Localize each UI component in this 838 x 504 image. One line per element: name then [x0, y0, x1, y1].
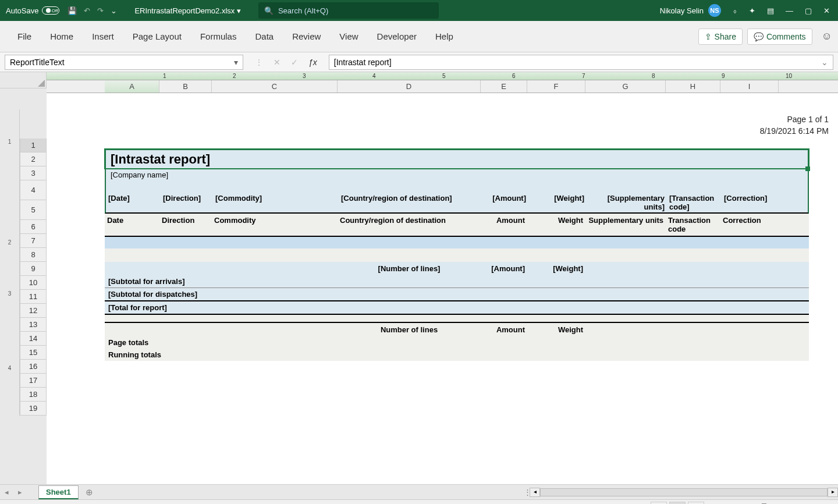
row-header-6[interactable]: 6 — [20, 220, 47, 234]
tab-developer[interactable]: Developer — [368, 27, 426, 46]
row-totals-header[interactable]: Number of lines Amount Weight — [105, 323, 809, 336]
undo-icon[interactable]: ↶ — [84, 6, 90, 15]
user-name: Nikolay Selin — [660, 6, 704, 15]
formula-expand-icon[interactable]: ⌄ — [821, 58, 828, 67]
row-header-12[interactable]: 12 — [20, 304, 47, 318]
svg-marker-0 — [38, 80, 45, 87]
row-header-5[interactable]: 5 — [20, 200, 47, 220]
cell-report-title[interactable]: [Intrastat report] — [105, 149, 809, 169]
select-all-triangle[interactable] — [0, 72, 47, 88]
row-header-10[interactable]: 10 — [20, 276, 47, 290]
row-header-15[interactable]: 15 — [20, 346, 47, 360]
sheet-area: 1 2 3 4 1 2 3 4 5 6 7 8 9 10 11 12 — [0, 72, 838, 484]
col-header-g[interactable]: G — [585, 80, 666, 93]
col-header-c[interactable]: C — [212, 80, 338, 93]
scroll-right-icon[interactable]: ▸ — [828, 488, 838, 497]
fx-icon[interactable]: ƒx — [308, 58, 317, 67]
name-box-dropdown-icon[interactable]: ▾ — [234, 58, 238, 67]
horizontal-scrollbar[interactable]: ⋮ ◂ ▸ — [524, 488, 838, 497]
row-header-8[interactable]: 8 — [20, 248, 47, 262]
row-header-13[interactable]: 13 — [20, 318, 47, 332]
cancel-formula-icon[interactable]: ✕ — [274, 58, 280, 67]
save-icon[interactable]: 💾 — [68, 6, 77, 15]
view-page-layout-icon[interactable]: ▭ — [669, 502, 686, 505]
worksheet-grid[interactable]: Page 1 of 1 8/19/2021 6:14 PM [Intrastat… — [47, 93, 838, 484]
selection-handle[interactable] — [805, 166, 810, 171]
tab-insert[interactable]: Insert — [83, 27, 123, 46]
tab-data[interactable]: Data — [246, 27, 283, 46]
tab-file[interactable]: File — [8, 27, 41, 46]
row-header-3[interactable]: 3 — [20, 166, 47, 180]
tab-home[interactable]: Home — [41, 27, 83, 46]
grip-icon[interactable]: ⋮ — [255, 58, 263, 67]
view-normal-icon[interactable]: ▦ — [651, 502, 667, 505]
row-headers[interactable]: 1 2 3 4 5 6 7 8 9 10 11 12 13 14 15 16 1… — [20, 139, 47, 416]
redo-icon[interactable]: ↷ — [97, 6, 104, 15]
filename[interactable]: ERIntrastatReportDemo2.xlsx ▾ — [134, 6, 241, 15]
name-box[interactable]: ReportTitleText ▾ — [5, 55, 243, 70]
row-subtotal-dispatches[interactable]: [Subtotal for dispatches] — [105, 288, 809, 301]
page-header-info: Page 1 of 1 8/19/2021 6:14 PM — [760, 114, 829, 137]
sheet-tab-1[interactable]: Sheet1 — [38, 485, 79, 499]
tab-nav-prev-icon[interactable]: ◂ — [0, 488, 13, 496]
comments-button[interactable]: 💬Comments — [747, 29, 812, 45]
horizontal-ruler: 1 2 3 4 5 6 7 8 9 10 — [47, 72, 838, 80]
column-headers[interactable]: A B C D E F G H I — [47, 80, 838, 93]
tab-nav-next-icon[interactable]: ▸ — [13, 488, 27, 496]
tab-review[interactable]: Review — [283, 27, 330, 46]
row-total-report[interactable]: [Total for report] — [105, 301, 809, 314]
minimize-icon[interactable]: — — [786, 6, 793, 15]
enter-formula-icon[interactable]: ✓ — [291, 58, 298, 67]
outline-group-levels[interactable]: 1 2 3 4 — [0, 109, 20, 416]
row-header-1[interactable]: 1 — [20, 139, 47, 152]
scroll-left-icon[interactable]: ◂ — [530, 488, 540, 497]
row-data-grey[interactable] — [105, 249, 809, 262]
col-header-i[interactable]: I — [720, 80, 779, 93]
row-header-7[interactable]: 7 — [20, 234, 47, 248]
col-header-b[interactable]: B — [159, 80, 212, 93]
tab-help[interactable]: Help — [426, 27, 463, 46]
row-header-18[interactable]: 18 — [20, 388, 47, 402]
row-data-header[interactable]: Date Direction Commodity Country/region … — [105, 214, 809, 237]
autosave-toggle[interactable]: AutoSave Off — [6, 6, 59, 15]
tab-formulas[interactable]: Formulas — [191, 27, 246, 46]
row-header-16[interactable]: 16 — [20, 360, 47, 374]
row-summary-labels[interactable]: [Number of lines] [Amount] [Weight] — [105, 262, 809, 275]
maximize-icon[interactable]: ▢ — [805, 6, 812, 15]
col-header-a[interactable]: A — [105, 80, 159, 93]
row-header-2[interactable]: 2 — [20, 152, 47, 166]
diamond-icon[interactable]: ⬨ — [733, 6, 737, 15]
view-page-break-icon[interactable]: ⊞ — [688, 502, 704, 505]
ribbon-display-icon[interactable]: ▤ — [767, 6, 774, 15]
row-divider[interactable] — [105, 314, 809, 323]
feedback-icon[interactable]: ☺ — [822, 30, 832, 42]
row-blank-1[interactable] — [105, 181, 809, 193]
tab-page-layout[interactable]: Page Layout — [123, 27, 191, 46]
close-icon[interactable]: ✕ — [823, 6, 830, 15]
col-header-h[interactable]: H — [666, 80, 720, 93]
row-running-totals[interactable]: Running totals — [105, 349, 809, 361]
row-header-17[interactable]: 17 — [20, 374, 47, 388]
row-page-totals[interactable]: Page totals — [105, 336, 809, 349]
qat-dropdown-icon[interactable]: ⌄ — [111, 6, 117, 15]
row-data-blue[interactable] — [105, 237, 809, 249]
row-header-19[interactable]: 19 — [20, 402, 47, 416]
col-header-f[interactable]: F — [527, 80, 585, 93]
row-header-4[interactable]: 4 — [20, 180, 47, 200]
search-box[interactable]: 🔍 Search (Alt+Q) — [258, 2, 439, 19]
row-header-9[interactable]: 9 — [20, 262, 47, 276]
col-header-e[interactable]: E — [481, 80, 527, 93]
add-sheet-icon[interactable]: ⊕ — [86, 487, 93, 498]
formula-input[interactable]: [Intrastat report] ⌄ — [329, 55, 833, 70]
row-subtotal-arrivals[interactable]: [Subtotal for arrivals] — [105, 275, 809, 288]
tab-view[interactable]: View — [330, 27, 367, 46]
cell-company-name[interactable]: [Company name] — [105, 169, 809, 181]
row-column-labels[interactable]: [Date] [Direction] [Commodity] [Country/… — [105, 193, 809, 214]
row-header-11[interactable]: 11 — [20, 290, 47, 304]
col-header-d[interactable]: D — [338, 80, 481, 93]
user-area[interactable]: Nikolay Selin NS — [660, 4, 721, 17]
share-button[interactable]: ⇪Share — [698, 29, 743, 45]
row-header-14[interactable]: 14 — [20, 332, 47, 346]
filename-dropdown-icon[interactable]: ▾ — [237, 6, 241, 15]
coming-soon-icon[interactable]: ✦ — [749, 6, 755, 15]
